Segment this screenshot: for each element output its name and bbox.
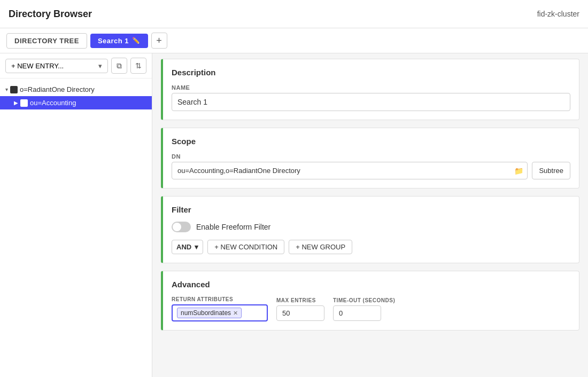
freeform-filter-toggle[interactable] [172,222,191,232]
filter-section: Filter Enable Freeform Filter AND ▾ + NE… [161,196,579,263]
edit-icon: ✏️ [132,37,141,44]
name-input[interactable] [172,93,570,111]
chevron-right-icon: ▶ [14,100,18,106]
new-group-button[interactable]: + NEW GROUP [289,240,352,254]
new-entry-button[interactable]: + NEW ENTRY... ▾ [5,59,108,73]
timeout-label: TIME-OUT (SECONDS) [333,297,395,303]
new-entry-label: + NEW ENTRY... [11,62,64,70]
name-field-group: NAME [172,84,570,111]
filter-conditions: AND ▾ + NEW CONDITION + NEW GROUP [172,240,570,254]
tab-directory-tree[interactable]: DIRECTORY TREE [6,33,87,49]
freeform-filter-label: Enable Freeform Filter [196,223,270,231]
content-area: Description NAME Scope DN 📁 Subtree [152,53,588,377]
max-entries-input[interactable] [276,305,324,321]
dn-input[interactable] [172,162,528,179]
description-section: Description NAME [161,59,579,120]
return-attributes-input[interactable]: numSubordinates ✕ [172,304,268,321]
max-entries-group: MAX ENTRIES [276,297,324,321]
copy-icon: ⧉ [117,61,122,70]
tab-search1[interactable]: Search 1 ✏️ [90,34,148,48]
description-section-title: Description [172,68,570,77]
tree-item-label: ou=Accounting [30,99,76,107]
remove-tag-button[interactable]: ✕ [233,310,238,317]
tree-item-accounting[interactable]: ▶ ou=Accounting [0,96,152,109]
advanced-section: Advanced RETURN ATTRIBUTES numSubordinat… [161,271,579,331]
chevron-down-icon: ▾ [98,62,102,70]
advanced-row: RETURN ATTRIBUTES numSubordinates ✕ MAX … [172,296,570,321]
chevron-down-icon: ▾ [5,87,8,92]
return-attributes-label: RETURN ATTRIBUTES [172,296,268,302]
name-label: NAME [172,84,570,91]
tree-item-label: o=RadiantOne Directory [20,85,95,93]
add-tab-button[interactable]: + [151,33,167,49]
scope-section-title: Scope [172,137,570,146]
logic-operator-label: AND [176,243,191,251]
folder-icon [20,99,28,107]
app-title: Directory Browser [9,9,92,20]
timeout-group: TIME-OUT (SECONDS) [333,297,395,321]
chevron-down-icon: ▾ [195,243,198,251]
filter-section-title: Filter [172,205,570,214]
folder-icon [10,86,18,93]
logic-operator-select[interactable]: AND ▾ [172,240,203,254]
toggle-row: Enable Freeform Filter [172,222,570,232]
tab-search1-label: Search 1 [98,37,129,45]
subtree-badge: Subtree [532,162,570,179]
dn-input-wrapper: 📁 [172,162,528,179]
scope-section: Scope DN 📁 Subtree [161,128,579,189]
tree-item-radiantone[interactable]: ▾ o=RadiantOne Directory [0,83,152,96]
app-header: Directory Browser fid-zk-cluster [0,0,588,28]
advanced-section-title: Advanced [172,280,570,289]
timeout-input[interactable] [333,305,381,321]
sidebar-toolbar: + NEW ENTRY... ▾ ⧉ ⇅ [0,53,152,78]
cluster-name: fid-zk-cluster [537,10,579,18]
return-attributes-tag: numSubordinates ✕ [177,308,242,318]
dn-field-group: DN 📁 Subtree [172,153,570,179]
dn-row: 📁 Subtree [172,162,570,179]
directory-tree: ▾ o=RadiantOne Directory ▶ ou=Accounting [0,78,152,114]
sort-icon-button[interactable]: ⇅ [130,58,146,74]
main-layout: + NEW ENTRY... ▾ ⧉ ⇅ ▾ o=RadiantOne Dire… [0,53,588,377]
sidebar: + NEW ENTRY... ▾ ⧉ ⇅ ▾ o=RadiantOne Dire… [0,53,152,377]
return-attributes-group: RETURN ATTRIBUTES numSubordinates ✕ [172,296,268,321]
copy-icon-button[interactable]: ⧉ [111,58,127,74]
new-condition-button[interactable]: + NEW CONDITION [207,240,284,254]
tab-bar: DIRECTORY TREE Search 1 ✏️ + [0,28,588,53]
sort-icon: ⇅ [135,61,142,70]
dn-label: DN [172,153,570,160]
folder-open-icon: 📁 [514,167,523,175]
max-entries-label: MAX ENTRIES [276,297,324,303]
